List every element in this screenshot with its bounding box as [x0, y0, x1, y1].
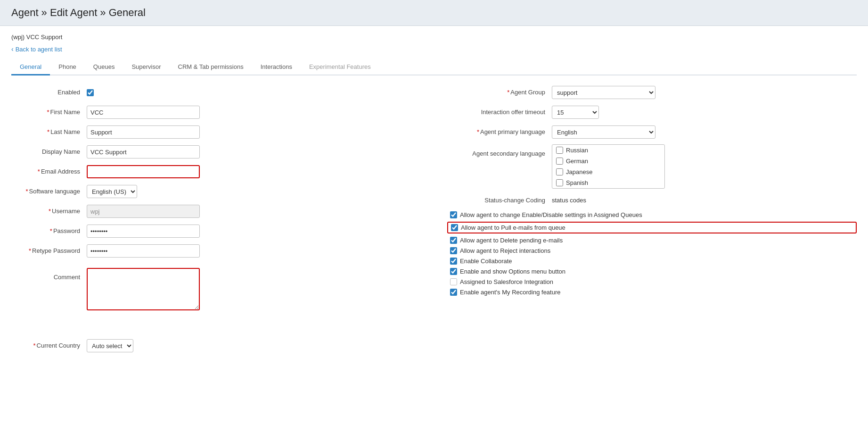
enabled-label: Enabled [11, 86, 87, 99]
retype-password-row: *Retype Password [11, 243, 420, 258]
page-title: Agent » Edit Agent » General [11, 7, 857, 19]
email-input[interactable] [87, 165, 200, 178]
lang-label-russian: Russian [566, 147, 588, 154]
lang-checkbox-spanish[interactable] [556, 179, 563, 186]
comment-textarea[interactable] [87, 268, 200, 310]
first-name-row: *First Name [11, 105, 420, 120]
secondary-lang-label: Agent secondary language [448, 144, 552, 160]
perm-label-0: Allow agent to change Enable/Disable set… [460, 211, 642, 218]
secondary-lang-row: Agent secondary language Russian German [448, 144, 857, 189]
back-link-label: Back to agent list [16, 46, 62, 53]
username-input[interactable] [87, 205, 200, 218]
tab-general[interactable]: General [11, 59, 50, 75]
lang-option-spanish[interactable]: Spanish [552, 177, 664, 188]
username-row: *Username [11, 204, 420, 219]
perm-checkbox-5[interactable] [450, 268, 457, 275]
retype-password-field [87, 244, 420, 258]
first-name-label: *First Name [11, 106, 87, 119]
back-to-agent-list-link[interactable]: ‹ Back to agent list [11, 45, 62, 53]
interaction-timeout-field: 15 [552, 106, 857, 119]
lang-label-german: German [566, 158, 588, 165]
current-country-field: Auto select [87, 339, 420, 352]
retype-password-label: *Retype Password [11, 244, 87, 258]
email-row: *Email Address [11, 164, 420, 179]
lang-option-japanese[interactable]: Japanese [552, 167, 664, 177]
password-input[interactable] [87, 225, 200, 238]
tabs-container: General Phone Queues Supervisor CRM & Ta… [11, 59, 857, 75]
perm-checkbox-1[interactable] [451, 224, 458, 231]
last-name-field [87, 125, 420, 139]
perm-checkbox-3[interactable] [450, 247, 457, 254]
display-name-field [87, 145, 420, 158]
permission-row-3: Allow agent to Reject interactions [448, 247, 857, 254]
chevron-left-icon: ‹ [11, 45, 14, 53]
perm-label-6: Assigned to Salesforce Integration [460, 278, 553, 285]
interaction-timeout-label: Interaction offer timeout [448, 106, 552, 119]
agent-group-row: *Agent Group support [448, 85, 857, 100]
tab-supervisor[interactable]: Supervisor [123, 59, 169, 75]
permission-row-4: Enable Collaborate [448, 258, 857, 265]
agent-group-select[interactable]: support [552, 86, 655, 99]
interaction-timeout-row: Interaction offer timeout 15 [448, 105, 857, 120]
enabled-checkbox[interactable] [87, 89, 94, 96]
lang-checkbox-russian[interactable] [556, 147, 563, 154]
tab-crm[interactable]: CRM & Tab permissions [170, 59, 252, 75]
first-name-field [87, 106, 420, 119]
primary-lang-label: *Agent primary language [448, 125, 552, 139]
tab-queues[interactable]: Queues [85, 59, 123, 75]
enabled-field [87, 86, 420, 99]
last-name-input[interactable] [87, 125, 200, 139]
lang-option-russian[interactable]: Russian [552, 145, 664, 156]
current-country-row: *Current Country Auto select [11, 338, 420, 353]
perm-checkbox-7[interactable] [450, 289, 457, 296]
interaction-timeout-select[interactable]: 15 [552, 106, 599, 119]
lang-label-japanese: Japanese [566, 168, 592, 175]
current-country-label: *Current Country [11, 339, 87, 352]
display-name-label: Display Name [11, 145, 87, 158]
secondary-lang-container: Russian German Japanese Spanish [552, 144, 665, 189]
retype-password-input[interactable] [87, 244, 200, 258]
status-change-label: Status-change Coding [448, 197, 552, 204]
software-lang-row: *Software language English (US) [11, 184, 420, 199]
perm-checkbox-2[interactable] [450, 237, 457, 244]
primary-lang-row: *Agent primary language English [448, 125, 857, 140]
lang-checkbox-japanese[interactable] [556, 168, 563, 175]
current-country-select[interactable]: Auto select [87, 339, 133, 352]
perm-checkbox-6[interactable] [450, 278, 457, 285]
tab-phone[interactable]: Phone [50, 59, 85, 75]
perm-checkbox-4[interactable] [450, 258, 457, 265]
tab-experimental: Experimental Features [301, 59, 379, 75]
software-lang-label: *Software language [11, 185, 87, 198]
status-change-row: Status-change Coding status codes [448, 193, 857, 207]
page-header: Agent » Edit Agent » General [0, 0, 868, 26]
first-name-input[interactable] [87, 106, 200, 119]
primary-lang-select[interactable]: English [552, 125, 655, 139]
org-name: (wpj) VCC Support [11, 33, 857, 41]
password-row: *Password [11, 224, 420, 239]
tab-interactions[interactable]: Interactions [252, 59, 301, 75]
left-column: Enabled *First Name *Last Name [11, 85, 420, 358]
last-name-label: *Last Name [11, 125, 87, 139]
username-field [87, 205, 420, 218]
perm-label-3: Allow agent to Reject interactions [460, 247, 550, 254]
software-lang-select[interactable]: English (US) [87, 185, 137, 198]
lang-checkbox-german[interactable] [556, 158, 563, 165]
permission-row-5: Enable and show Options menu button [448, 268, 857, 275]
perm-label-7: Enable agent's My Recording feature [460, 289, 561, 296]
comment-row: Comment [11, 268, 420, 312]
permission-row-2: Allow agent to Delete pending e-mails [448, 237, 857, 244]
permission-row-6: Assigned to Salesforce Integration [448, 278, 857, 285]
display-name-input[interactable] [87, 145, 200, 158]
lang-label-spanish: Spanish [566, 179, 588, 186]
password-field [87, 225, 420, 238]
perm-label-1: Allow agent to Pull e-mails from queue [461, 224, 565, 231]
spacer [11, 316, 420, 331]
email-label: *Email Address [11, 165, 87, 178]
lang-option-german[interactable]: German [552, 156, 664, 167]
perm-checkbox-0[interactable] [450, 211, 457, 218]
permission-row-1: Allow agent to Pull e-mails from queue [447, 222, 857, 233]
display-name-row: Display Name [11, 144, 420, 159]
last-name-row: *Last Name [11, 125, 420, 140]
perm-label-4: Enable Collaborate [460, 258, 512, 265]
permission-row-0: Allow agent to change Enable/Disable set… [448, 211, 857, 218]
